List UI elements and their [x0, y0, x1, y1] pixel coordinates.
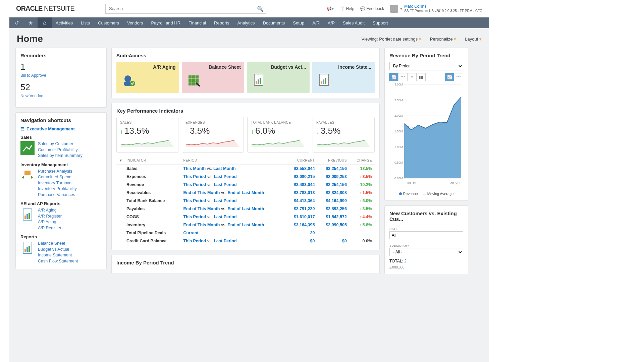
search-input[interactable]: [105, 4, 266, 14]
kpi-col: PERIOD: [180, 157, 285, 165]
personalize-dropdown[interactable]: Personalize ▾: [430, 37, 457, 42]
svg-text:0.50M: 0.50M: [394, 161, 403, 164]
kpi-row[interactable]: Credit Card BalanceThis Period vs. Last …: [116, 237, 375, 245]
shortcut-link[interactable]: Inventory Turnover: [38, 180, 77, 186]
shortcut-link[interactable]: A/R Register: [38, 214, 62, 220]
shortcut-link[interactable]: Cash Flow Statement: [38, 258, 78, 264]
svg-text:2.50M: 2.50M: [394, 99, 403, 102]
shortcut-link[interactable]: Customer Profitability: [38, 147, 83, 153]
shortcut-link[interactable]: Committed Spend: [38, 174, 77, 180]
nav-setup[interactable]: Setup: [289, 17, 308, 28]
axis-tick: 2,000,000: [389, 265, 463, 269]
nav-payroll-and-hr[interactable]: Payroll and HR: [147, 17, 184, 28]
viewing-dropdown[interactable]: Viewing: Portlet date settings ▾: [362, 37, 421, 42]
kpi-card[interactable]: PAYABLES↓3.5%: [313, 117, 375, 153]
svg-rect-10: [26, 247, 28, 252]
layout-dropdown[interactable]: Layout ▾: [465, 37, 482, 42]
chart-type-list[interactable]: ≡: [407, 73, 417, 81]
shortcut-section: Sales: [20, 135, 102, 140]
kpi-card[interactable]: SALES↑13.5%: [116, 117, 178, 153]
kpi-row[interactable]: RevenueThis Period vs. Last Period$2,483…: [116, 181, 375, 189]
kpi-row[interactable]: Total Pipeline DealsCurrent39: [116, 229, 375, 237]
tile-income-state---[interactable]: Income State...: [312, 62, 375, 93]
chart-style-1[interactable]: 📈: [445, 73, 454, 81]
chart-type-line[interactable]: 〰: [398, 73, 408, 81]
date-input[interactable]: [389, 231, 463, 239]
income-title: Income By Period Trend: [116, 260, 375, 265]
kpi-row[interactable]: ReceivablesEnd of This Month vs. End of …: [116, 189, 375, 197]
tile-balance-sheet[interactable]: Balance Sheet: [182, 62, 245, 93]
shortcut-section: Inventory Management: [20, 162, 102, 167]
star-icon[interactable]: ★: [23, 17, 38, 28]
shortcut-link[interactable]: Income Statement: [38, 252, 78, 258]
help-link[interactable]: ❔ Help: [340, 6, 354, 11]
shortcut-link[interactable]: Sales by Item Summary: [38, 153, 83, 159]
exec-management-link[interactable]: ☰Executive Management: [20, 126, 102, 131]
chart-legend: Revenue --- Moving Average: [389, 192, 463, 196]
svg-marker-3: [31, 176, 33, 179]
chart-type-bar[interactable]: ▮▮: [416, 73, 426, 81]
period-select[interactable]: By Period: [389, 62, 463, 70]
svg-text:1.50M: 1.50M: [394, 130, 403, 133]
shortcut-link[interactable]: A/P Aging: [38, 219, 62, 225]
chart-style-2[interactable]: 〰: [454, 73, 463, 81]
kpi-row[interactable]: Total Bank BalanceThis Period vs. Last P…: [116, 197, 375, 205]
kpi-title: Key Performance Indicators: [116, 108, 375, 114]
kpi-row[interactable]: SalesThis Month vs. Last Month$2,558,044…: [116, 165, 375, 173]
reminder-item[interactable]: 52New Vendors: [20, 82, 102, 99]
total-link[interactable]: 2: [404, 259, 407, 263]
nav-documents[interactable]: Documents: [259, 17, 289, 28]
shortcut-link[interactable]: A/R Aging: [38, 207, 62, 214]
menu-icon: ☰: [20, 126, 24, 131]
svg-text:Jul '19: Jul '19: [407, 181, 416, 185]
nav-customers[interactable]: Customers: [94, 17, 123, 28]
nav-support[interactable]: Support: [369, 17, 392, 28]
home-icon[interactable]: ⌂: [38, 17, 52, 28]
reminder-item[interactable]: 1Bill to Approve: [20, 62, 102, 78]
svg-rect-6: [26, 214, 28, 219]
kpi-table: ▼INDICATORPERIODCURRENTPREVIOUSCHANGE Sa…: [116, 157, 375, 245]
nav-lists[interactable]: Lists: [77, 17, 94, 28]
nav-sales-audit[interactable]: Sales Audit: [339, 17, 369, 28]
kpi-row[interactable]: ExpensesThis Period vs. Last Period$2,08…: [116, 173, 375, 181]
shortcut-link[interactable]: Inventory Profitability: [38, 186, 77, 192]
search: 🔍: [105, 4, 266, 14]
feedback-link[interactable]: 💬 Feedback: [360, 6, 384, 11]
nav-financial[interactable]: Financial: [184, 17, 210, 28]
kpi-card[interactable]: TOTAL BANK BALANCE↑6.0%: [247, 117, 309, 153]
revenue-title: Revenue By Period Trend: [389, 53, 463, 58]
user-menu[interactable]: ▾ Marc Collins SS FF Premium US v2019.2.…: [390, 4, 482, 12]
svg-rect-27: [325, 78, 326, 84]
kpi-portlet: Key Performance Indicators SALES↑13.5%EX…: [111, 103, 380, 250]
svg-text:1.00M: 1.00M: [394, 145, 403, 149]
nav-a-p[interactable]: A/P: [324, 17, 339, 28]
nav-reports[interactable]: Reports: [210, 17, 233, 28]
kpi-row[interactable]: InventoryEnd of This Month vs. End of La…: [116, 221, 375, 229]
nav-analytics[interactable]: Analytics: [233, 17, 259, 28]
chart-type-area[interactable]: 📈: [389, 73, 398, 81]
svg-rect-11: [29, 246, 30, 252]
tile-a-r-aging[interactable]: A/R Aging: [116, 62, 179, 93]
shortcut-link[interactable]: Purchase Analysis: [38, 169, 77, 175]
subsidiary-select[interactable]: - All -: [389, 248, 463, 256]
shortcut-link[interactable]: Sales by Customer: [38, 141, 83, 147]
search-icon[interactable]: 🔍: [257, 6, 264, 12]
kpi-row[interactable]: PayablesEnd of This Month vs. End of Las…: [116, 205, 375, 213]
nav-activities[interactable]: Activities: [52, 17, 77, 28]
svg-point-14: [130, 81, 135, 86]
svg-rect-25: [321, 81, 322, 84]
kpi-row[interactable]: COGSThis Period vs. Last Period$1,610,01…: [116, 213, 375, 221]
suiteaccess-title: SuiteAccess: [116, 53, 375, 58]
logo: ORACLE NETSUITE: [16, 5, 74, 12]
shortcut-link[interactable]: Balance Sheet: [38, 241, 78, 247]
kpi-card[interactable]: EXPENSES↑3.5%: [182, 117, 244, 153]
shortcut-link[interactable]: A/P Register: [38, 225, 62, 231]
tile-budget-vs-act---[interactable]: Budget vs Act...: [247, 62, 310, 93]
nav-a-r[interactable]: A/R: [308, 17, 324, 28]
shortcut-link[interactable]: Budget vs Actual: [38, 247, 78, 253]
recent-icon[interactable]: ↺: [9, 17, 23, 28]
announce-icon[interactable]: 📢▾: [327, 6, 334, 11]
user-name: Marc Collins: [404, 4, 482, 9]
shortcut-link[interactable]: Purchase Variances: [38, 192, 77, 198]
nav-vendors[interactable]: Vendors: [123, 17, 147, 28]
